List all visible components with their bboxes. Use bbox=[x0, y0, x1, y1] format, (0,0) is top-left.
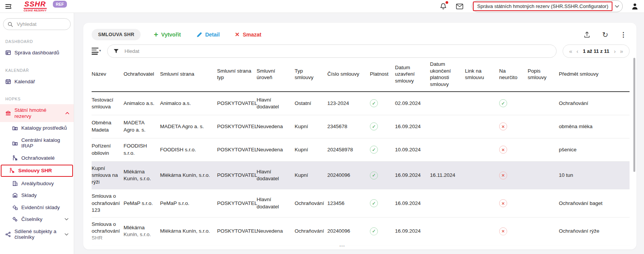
sidebar-item-sdilene-subjekty-a-ciselniky[interactable]: Sdílené subjekty a číselníky bbox=[3, 225, 71, 243]
table-row[interactable]: Kupní smlouva na rýžiMlékárna Kunín, s.r… bbox=[92, 161, 630, 189]
filter-row: ▾ « ‹ 1 až 11 z 11 › » bbox=[92, 44, 630, 58]
detail-button[interactable]: Detail bbox=[194, 31, 222, 38]
sidebar-item-kalendar[interactable]: Kalendář bbox=[3, 76, 71, 88]
section-label-dashboard: DASHBOARD bbox=[5, 39, 68, 44]
sidebar-item-label: Státní hmotné rezervy bbox=[14, 107, 62, 119]
table-search-input[interactable] bbox=[124, 48, 550, 54]
table-row[interactable]: Testovací smlouvaAnimalco a.s.Animalco a… bbox=[92, 92, 630, 115]
pagination-prev-button[interactable]: ‹ bbox=[576, 48, 579, 54]
vertical-scrollbar[interactable] bbox=[633, 58, 635, 172]
cell-ochranovatel: Středočeský bbox=[124, 245, 160, 249]
sidebar-collapse-icon[interactable] bbox=[4, 2, 13, 11]
section-label-hopks: HOPKS bbox=[5, 97, 68, 101]
cell-smluvni_uroven: Hlavní dodavatel bbox=[257, 92, 295, 115]
column-header-cislo_smlouvy[interactable]: Číslo smlouvy bbox=[327, 59, 370, 92]
sidebar-item-statni-hmotne-rezervy[interactable]: Státní hmotné rezervy bbox=[0, 104, 74, 122]
sidebar-item-smlouvy-shr[interactable]: Smlouvy SHR bbox=[1, 165, 73, 177]
sidebar-item-ciselniky[interactable]: Číselníky bbox=[3, 213, 71, 225]
cell-platnost: ✓ bbox=[370, 92, 395, 115]
cell-ochranovatel: MADETA Agro a. s. bbox=[124, 115, 160, 138]
bank-icon bbox=[5, 110, 11, 116]
column-header-datum_uzavreni[interactable]: Datum uzavření smlouvy bbox=[395, 59, 430, 92]
column-header-smluvni_strana[interactable]: Smluvní strana bbox=[160, 59, 217, 92]
cell-smluvni_strana_typ: POSKYTOVATEL bbox=[217, 217, 257, 246]
cell-smluvni_uroven: Hlavní dodavatel bbox=[257, 189, 295, 217]
cell-nazev: Testovací smlouva bbox=[92, 92, 124, 115]
column-header-smluvni_uroven[interactable]: Smluvní úroveň bbox=[257, 59, 295, 92]
cell-smluvni_strana_typ bbox=[217, 245, 257, 249]
column-header-link_na_smlouvu[interactable]: Link na smlouvu bbox=[465, 59, 499, 92]
cell-datum_ukonceni bbox=[430, 245, 465, 249]
sidebar-search-input[interactable] bbox=[16, 21, 66, 27]
check-circle-icon: ✓ bbox=[370, 146, 378, 154]
cell-nazev: Pořízení obilovin bbox=[92, 138, 124, 161]
column-header-nazev[interactable]: Název bbox=[92, 59, 124, 92]
cell-datum_uzavreni: 02.09.2024 bbox=[395, 92, 430, 115]
folder-gear-icon bbox=[12, 140, 18, 146]
sidebar-item-sklady[interactable]: Sklady bbox=[3, 189, 71, 202]
cell-ochranovatel: Animalco a.s. bbox=[124, 92, 160, 115]
sidebar-item-label: Evidenční sklady bbox=[21, 205, 60, 211]
sidebar: DASHBOARD Správa dashboardů KALENDÁŘ Kal… bbox=[0, 13, 74, 254]
cell-smluvni_strana: FOODISH s.r.o. bbox=[160, 138, 217, 161]
column-header-platnost[interactable]: Platnost bbox=[370, 59, 395, 92]
column-header-smluvni_strana_typ[interactable]: Smluvní strana typ bbox=[217, 59, 257, 92]
pagination-next-button[interactable]: › bbox=[614, 48, 616, 54]
cell-typ_smlouvy: Kupní bbox=[295, 161, 327, 189]
filter-funnel-icon bbox=[113, 49, 119, 54]
column-header-ochranovatel[interactable]: Ochraňovatel bbox=[124, 59, 160, 92]
cross-circle-icon: ✕ bbox=[499, 171, 507, 179]
column-header-datum_ukonceni[interactable]: Datum ukončení platnosti smlouvy bbox=[430, 59, 465, 92]
table-row[interactable]: Obměna MadetaMADETA Agro a. s.MADETA Agr… bbox=[92, 115, 630, 138]
table-row[interactable]: Pořízení obilovinFOODISH s.r.o.FOODISH s… bbox=[92, 138, 630, 161]
cell-cislo_smlouvy: 2345678 bbox=[327, 115, 370, 138]
cell-platnost: ✓ bbox=[370, 245, 395, 249]
chevron-down-icon bbox=[65, 218, 68, 221]
column-header-typ_smlouvy[interactable]: Typ smlouvy bbox=[295, 59, 327, 92]
sidebar-item-label: Smlouvy SHR bbox=[18, 168, 52, 174]
messages-envelope-icon[interactable] bbox=[455, 3, 464, 10]
cell-predmet_smlouvy: Ochraňování baget bbox=[559, 189, 630, 217]
cell-nazev: Kupní smlouva na rýži bbox=[92, 161, 124, 189]
column-header-popis_smlouvy[interactable]: Popis smlouvy bbox=[528, 59, 559, 92]
cell-smluvni_strana: Mlékárna Kunín, s.r.o. bbox=[160, 217, 217, 246]
cell-popis_smlouvy bbox=[528, 245, 559, 249]
export-icon[interactable] bbox=[583, 30, 591, 39]
column-settings-icon[interactable]: ▾ bbox=[92, 48, 101, 55]
table-row[interactable]: Smlouva o ochraňování 123PeMaP s.r.o.PeM… bbox=[92, 189, 630, 217]
cell-datum_ukonceni bbox=[430, 92, 465, 115]
sidebar-item-katalogy-prostredku[interactable]: Katalogy prostředků bbox=[3, 122, 71, 134]
cell-datum_ukonceni: 16.11.2024 bbox=[430, 161, 465, 189]
search-icon bbox=[8, 22, 13, 27]
folder-gear-icon bbox=[12, 125, 18, 131]
cell-na_neurcito: ✕ bbox=[499, 217, 528, 246]
sidebar-item-sprava-dashboardu[interactable]: Správa dashboardů bbox=[3, 47, 71, 59]
sidebar-item-arealy-budovy[interactable]: Areály/budovy bbox=[3, 178, 71, 190]
cell-na_neurcito: ✕ bbox=[499, 245, 528, 249]
sidebar-item-centralni-katalog-irap[interactable]: Centrální katalog IRAP bbox=[3, 134, 71, 152]
context-selector-value[interactable]: Správa státních hmotných rezerv (SHR.SSH… bbox=[473, 2, 612, 11]
cell-smluvni_strana: Mlékárna Kunín, s.r.o. bbox=[160, 161, 217, 189]
refresh-icon[interactable]: ↻ bbox=[601, 30, 609, 39]
sidebar-item-ochranovatele[interactable]: Ochraňovatelé bbox=[3, 152, 71, 164]
column-header-na_neurcito[interactable]: Na neurčito bbox=[499, 59, 528, 92]
sidebar-item-label: Sklady bbox=[21, 192, 37, 198]
delete-button[interactable]: ✕ Smazat bbox=[233, 31, 264, 38]
notifications-bell-icon[interactable] bbox=[439, 2, 447, 11]
kebab-menu-icon[interactable]: ⋮ bbox=[619, 30, 627, 40]
sidebar-search[interactable] bbox=[3, 18, 71, 30]
calendar-icon bbox=[5, 79, 11, 84]
table-row[interactable]: testování SČKStředočeskýSlužby✓✕dodávka bbox=[92, 245, 630, 249]
table-row[interactable]: Smlouva o ochraňování SHRMlékárna Kunín,… bbox=[92, 217, 630, 246]
context-selector[interactable]: Správa státních hmotných rezerv (SHR.SSH… bbox=[472, 0, 623, 12]
sidebar-item-evidencni-sklady[interactable]: Evidenční sklady bbox=[3, 202, 71, 214]
pagination-last-button[interactable]: » bbox=[620, 48, 623, 54]
table-search[interactable] bbox=[107, 44, 557, 58]
check-circle-icon: ✓ bbox=[370, 99, 378, 107]
create-button[interactable]: + Vytvořit bbox=[151, 31, 183, 38]
column-header-predmet_smlouvy[interactable]: Předmět smlouvy bbox=[559, 59, 630, 92]
user-avatar-icon[interactable] bbox=[630, 2, 639, 11]
cell-datum_uzavreni: 16.09.2024 bbox=[395, 115, 430, 138]
warehouse-icon bbox=[12, 192, 18, 198]
pagination-first-button[interactable]: « bbox=[569, 48, 573, 54]
